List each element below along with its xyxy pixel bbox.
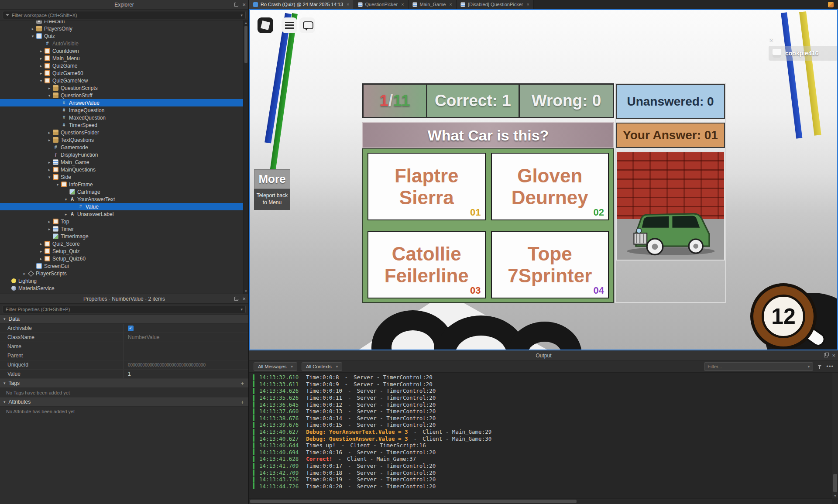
player-close-icon[interactable]: × bbox=[769, 36, 773, 43]
expand-arrow-icon[interactable]: ▾ bbox=[62, 197, 69, 202]
expand-arrow-icon[interactable]: ▸ bbox=[38, 257, 45, 261]
log-line[interactable]: 14:13:40.627Debug: YourAnswerText.Value … bbox=[249, 429, 832, 435]
tree-item-playersonly[interactable]: ▸PlayersOnly bbox=[0, 25, 243, 32]
close-panel-icon[interactable]: × bbox=[832, 353, 835, 358]
log-line[interactable]: 14:13:42.709Time:0:0:18-Server - TimerCo… bbox=[249, 469, 832, 476]
expand-arrow-icon[interactable]: ▸ bbox=[21, 271, 28, 276]
chat-icon[interactable] bbox=[299, 17, 315, 33]
log-line[interactable]: 14:13:41.628Correct!-Client - Main_Game:… bbox=[249, 456, 832, 463]
log-line[interactable]: 14:13:41.709Time:0:0:17-Server - TimerCo… bbox=[249, 463, 832, 470]
log-line[interactable]: 14:13:39.676Time:0:0:15-Server - TimerCo… bbox=[249, 422, 832, 429]
tree-item-timer[interactable]: ▸Timer bbox=[0, 225, 243, 233]
funnel-icon[interactable] bbox=[817, 364, 822, 369]
properties-filter-input[interactable] bbox=[6, 307, 238, 312]
expand-arrow-icon[interactable]: ▸ bbox=[46, 86, 53, 90]
tree-item-questionsfolder[interactable]: ▸QuestionsFolder bbox=[0, 129, 243, 136]
tree-item-quiz-score[interactable]: ▸Quiz_Score bbox=[0, 240, 243, 247]
tree-item-quizgame[interactable]: ▸QuizGame bbox=[0, 62, 243, 69]
expand-arrow-icon[interactable]: ▸ bbox=[46, 130, 53, 135]
chevron-down-icon[interactable]: ▾ bbox=[240, 307, 243, 312]
expand-arrow-icon[interactable]: ▾ bbox=[29, 34, 36, 38]
answer-button-01[interactable]: FlaptreSierra01 bbox=[367, 153, 486, 220]
log-line[interactable]: 14:13:36.645Time:0:0:12-Server - TimerCo… bbox=[249, 401, 832, 408]
teleport-label[interactable]: Teleport back to Menu bbox=[254, 189, 290, 210]
expand-arrow-icon[interactable]: ▾ bbox=[38, 79, 45, 83]
expand-arrow-icon[interactable]: ▸ bbox=[38, 56, 45, 61]
tab-close-icon[interactable]: × bbox=[401, 2, 404, 7]
tree-item-main-menu[interactable]: ▸Main_Menu bbox=[0, 55, 243, 62]
tree-item-side[interactable]: ▾Side bbox=[0, 173, 243, 181]
tree-item-maxedquestion[interactable]: #MaxedQuestion bbox=[0, 114, 243, 121]
tree-item-gamemode[interactable]: #Gamemode bbox=[0, 144, 243, 151]
prop-value[interactable]: 00000000000000000000000000000000 bbox=[124, 360, 248, 369]
prop-value[interactable]: 1 bbox=[124, 370, 248, 378]
scrollbar-thumb[interactable] bbox=[244, 26, 247, 63]
tree-item-main-game[interactable]: ▸Main_Game bbox=[0, 158, 243, 166]
prop-value[interactable] bbox=[124, 351, 248, 360]
hamburger-menu-icon[interactable] bbox=[282, 17, 297, 33]
tree-item-quizgamenew[interactable]: ▾QuizGameNew bbox=[0, 77, 243, 84]
chevron-down-icon[interactable]: ▾ bbox=[808, 364, 810, 369]
tab-disabled-questionpicker[interactable]: [Disabled] QuestionPicker× bbox=[457, 0, 534, 9]
section-header-tags[interactable]: ▾Tags+ bbox=[0, 379, 248, 388]
tree-item-screengui[interactable]: ScreenGui bbox=[0, 262, 243, 270]
chevron-down-icon[interactable]: ▾ bbox=[240, 13, 243, 17]
tab-main-game[interactable]: Main_Game× bbox=[409, 0, 457, 9]
tree-item-mainquestions[interactable]: ▸MainQuestions bbox=[0, 166, 243, 173]
tab-close-icon[interactable]: × bbox=[449, 2, 452, 7]
prop-value[interactable]: ✓ bbox=[124, 324, 248, 333]
scroll-down-icon[interactable]: ▼ bbox=[244, 289, 248, 293]
chevron-down-icon[interactable]: ▾ bbox=[3, 317, 6, 321]
log-line[interactable]: 14:13:43.726Time:0:0:19-Server - TimerCo… bbox=[249, 476, 832, 483]
tree-item-textquestions[interactable]: ▸TextQuestions bbox=[0, 136, 243, 144]
tab-questionpicker[interactable]: QuestionPicker× bbox=[354, 0, 409, 9]
tree-item-questionstuff[interactable]: ▾QuestionStuff bbox=[0, 92, 243, 99]
tree-item-displayfunction[interactable]: ƒDisplayFunction bbox=[0, 151, 243, 158]
answer-button-02[interactable]: GlovenDeurney02 bbox=[491, 153, 609, 220]
archivable-checkbox[interactable]: ✓ bbox=[128, 326, 134, 331]
tree-item-imagequestion[interactable]: #ImageQuestion bbox=[0, 106, 243, 114]
scrollbar-thumb[interactable] bbox=[833, 474, 837, 492]
section-header-attributes[interactable]: ▾Attributes+ bbox=[0, 398, 248, 407]
output-vertical-scrollbar[interactable]: ▼ bbox=[832, 373, 838, 498]
roblox-menu-icon[interactable] bbox=[258, 17, 273, 33]
expand-arrow-icon[interactable]: ▸ bbox=[38, 71, 45, 75]
close-panel-icon[interactable]: × bbox=[242, 296, 246, 302]
log-line[interactable]: 14:13:37.660Time:0:0:13-Server - TimerCo… bbox=[249, 408, 832, 415]
tree-item-timerspeed[interactable]: #TimerSpeed bbox=[0, 121, 243, 129]
expand-arrow-icon[interactable]: ▸ bbox=[62, 212, 69, 216]
expand-arrow-icon[interactable]: ▸ bbox=[38, 64, 45, 68]
tree-item-freecam[interactable]: Freecam bbox=[0, 21, 243, 25]
tree-item-youranswertext[interactable]: ▾AYourAnswerText bbox=[0, 195, 243, 203]
tree-item-quizgame60[interactable]: ▸QuizGame60 bbox=[0, 69, 243, 77]
expand-arrow-icon[interactable]: ▾ bbox=[46, 93, 53, 98]
log-line[interactable]: 14:13:40.694Time:0:0:16-Server - TimerCo… bbox=[249, 449, 832, 456]
tree-item-top[interactable]: ▸Top bbox=[0, 218, 243, 225]
section-header-data[interactable]: ▾Data bbox=[0, 315, 248, 324]
workspace-filter-input[interactable] bbox=[12, 13, 238, 18]
tree-item-carimage[interactable]: CarImage bbox=[0, 188, 243, 195]
float-panel-icon[interactable] bbox=[234, 297, 238, 301]
tree-item-autovisible[interactable]: #AutoVisible bbox=[0, 40, 243, 47]
overflow-menu-icon[interactable]: ••• bbox=[826, 363, 834, 370]
log-line[interactable]: 14:13:38.676Time:0:0:14-Server - TimerCo… bbox=[249, 415, 832, 422]
tree-item-timerimage[interactable]: TimerImage bbox=[0, 233, 243, 240]
more-button[interactable]: More bbox=[254, 169, 290, 189]
tree-item-playerscripts[interactable]: ▸PlayerScripts bbox=[0, 270, 243, 277]
game-viewport[interactable]: 1 / 11 Correct: 1 Wrong: 0 What Car is t… bbox=[249, 9, 838, 350]
expand-arrow-icon[interactable]: ▸ bbox=[38, 49, 45, 53]
float-panel-icon[interactable] bbox=[824, 353, 828, 357]
log-line[interactable]: 14:13:40.627Debug: QuestionAnswer.Value … bbox=[249, 435, 832, 442]
log-line[interactable]: 14:13:44.726Time:0:0:20-Server - TimerCo… bbox=[249, 483, 832, 490]
tree-item-setup-quiz60[interactable]: ▸Setup_Quiz60 bbox=[0, 255, 243, 262]
scroll-up-icon[interactable]: ▲ bbox=[244, 21, 248, 25]
output-filter-input[interactable] bbox=[707, 364, 805, 369]
log-line[interactable]: 14:13:35.626Time:0:0:11-Server - TimerCo… bbox=[249, 394, 832, 401]
chevron-down-icon[interactable]: ▾ bbox=[3, 400, 6, 404]
output-horizontal-scrollbar[interactable] bbox=[249, 498, 832, 504]
expand-arrow-icon[interactable]: ▾ bbox=[46, 175, 53, 179]
chevron-down-icon[interactable]: ▾ bbox=[3, 381, 6, 385]
contexts-filter-dropdown[interactable]: All Contexts ▾ bbox=[302, 362, 342, 371]
answer-button-04[interactable]: Tope7Sprinter04 bbox=[491, 231, 609, 298]
prop-value[interactable] bbox=[124, 342, 248, 351]
